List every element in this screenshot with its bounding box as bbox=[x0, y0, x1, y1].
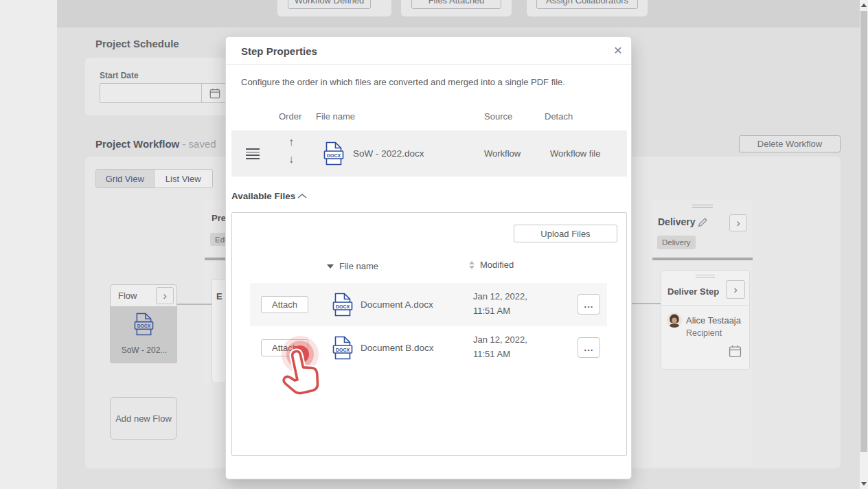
delivery-connector-line bbox=[632, 303, 661, 304]
calendar-icon bbox=[729, 345, 742, 358]
modified-time: 11:51 AM bbox=[473, 349, 510, 359]
flow-card-header: Flow › bbox=[110, 284, 177, 307]
docx-icon-label: DOCX bbox=[336, 348, 350, 352]
attached-header-order: Order bbox=[279, 111, 301, 122]
top-header-band: Workflow Defined Files Attached Assign C… bbox=[57, 0, 860, 27]
attach-button[interactable]: Attach bbox=[261, 296, 308, 313]
flow-connector-line bbox=[177, 304, 212, 305]
upload-files-button[interactable]: Upload Files bbox=[514, 225, 617, 242]
attached-header-detach: Detach bbox=[545, 111, 573, 122]
docx-file-icon: DOCX bbox=[134, 312, 154, 336]
start-date-input[interactable] bbox=[100, 84, 201, 102]
drag-handle-icon[interactable] bbox=[246, 148, 260, 159]
top-step-card: Files Attached bbox=[401, 0, 512, 16]
scrollbar-down-icon[interactable] bbox=[861, 482, 867, 486]
attached-file-name: SoW - 2022.docx bbox=[353, 148, 424, 159]
project-schedule-title: Project Schedule bbox=[95, 38, 179, 49]
recipient-avatar bbox=[667, 312, 682, 328]
left-column-step-card[interactable]: E bbox=[212, 279, 225, 383]
attached-file-source: Workflow bbox=[484, 148, 521, 159]
modified-date: Jan 12, 2022, bbox=[473, 291, 527, 302]
sort-by-modified[interactable]: Modified bbox=[469, 260, 514, 270]
sort-by-file-name[interactable]: File name bbox=[327, 261, 378, 271]
sort-modified-label: Modified bbox=[480, 260, 514, 270]
top-step-card: Workflow Defined bbox=[277, 0, 391, 16]
assign-collaborators-button[interactable]: Assign Collaborators bbox=[536, 0, 638, 9]
column-drag-handle[interactable] bbox=[692, 205, 713, 209]
deliver-step-title: Deliver Step bbox=[667, 286, 719, 297]
modified-date: Jan 12, 2022, bbox=[473, 334, 527, 345]
file-row: Attach DOCX Document B.docx Jan 12, 2022… bbox=[250, 326, 607, 370]
edit-pencil-icon[interactable] bbox=[698, 217, 708, 227]
files-attached-button[interactable]: Files Attached bbox=[411, 0, 501, 9]
view-toggle: Grid View List View bbox=[95, 169, 213, 188]
delivery-column: Delivery › Delivery Deliver Step › bbox=[652, 199, 753, 467]
flow-card[interactable]: Flow › DOCX SoW - 202... bbox=[110, 284, 177, 363]
delivery-open-button[interactable]: › bbox=[729, 214, 747, 231]
column-divider bbox=[652, 258, 753, 260]
attached-header-source: Source bbox=[484, 111, 512, 122]
calendar-button[interactable] bbox=[201, 84, 227, 102]
add-new-flow-button[interactable]: Add new Flow bbox=[110, 397, 177, 440]
attached-file-row: ↑ ↓ DOCX SoW - 2022.docx Workflow Workfl… bbox=[231, 130, 627, 177]
flow-card-title: Flow bbox=[118, 291, 137, 301]
sort-both-icon bbox=[469, 261, 475, 269]
available-files-label: Available Files bbox=[231, 191, 295, 201]
attached-file-detach[interactable]: Workflow file bbox=[550, 148, 600, 159]
sort-file-name-label: File name bbox=[339, 261, 378, 271]
more-options-button[interactable]: ... bbox=[578, 337, 600, 358]
move-down-button[interactable]: ↓ bbox=[285, 153, 297, 168]
step-properties-modal: Step Properties × Configure the order in… bbox=[225, 36, 632, 479]
scrollbar-thumb[interactable] bbox=[860, 11, 867, 452]
modal-header: Step Properties × bbox=[226, 37, 631, 65]
flow-card-body[interactable]: DOCX SoW - 202... bbox=[110, 307, 177, 363]
docx-file-icon: DOCX bbox=[332, 293, 353, 317]
recipient-role: Recipient bbox=[686, 328, 722, 338]
project-workflow-title-text: Project Workflow bbox=[95, 138, 179, 150]
chevron-right-icon: › bbox=[163, 290, 167, 302]
available-files-panel: Upload Files File name Modified Attach bbox=[231, 212, 627, 456]
tab-list-view[interactable]: List View bbox=[155, 170, 213, 187]
project-workflow-title: Project Workflow - saved bbox=[95, 138, 216, 150]
attached-header-file-name: File name bbox=[316, 111, 355, 122]
docx-icon-label: DOCX bbox=[327, 153, 341, 158]
docx-file-icon: DOCX bbox=[323, 141, 344, 166]
left-column-chip: Edi bbox=[210, 233, 225, 246]
attach-button[interactable]: Attach bbox=[261, 339, 308, 356]
modal-title: Step Properties bbox=[241, 45, 317, 57]
start-date-field[interactable] bbox=[100, 83, 228, 103]
left-workflow-column: Pre Edi E bbox=[205, 199, 225, 385]
collapse-available-button[interactable] bbox=[295, 190, 310, 202]
step-calendar-button[interactable] bbox=[729, 345, 742, 360]
recipient-name: Alice Testaaja bbox=[686, 315, 741, 326]
delete-workflow-button[interactable]: Delete Workflow bbox=[739, 135, 841, 152]
file-name: Document A.docx bbox=[361, 299, 433, 310]
docx-icon-label: DOCX bbox=[336, 304, 350, 309]
workflow-saved-status: - saved bbox=[182, 138, 216, 150]
scrollbar[interactable] bbox=[860, 0, 868, 489]
move-up-button[interactable]: ↑ bbox=[285, 136, 297, 151]
workflow-defined-button[interactable]: Workflow Defined bbox=[288, 0, 371, 9]
app-window: Workflow Defined Files Attached Assign C… bbox=[0, 0, 868, 489]
close-icon[interactable]: × bbox=[609, 41, 627, 59]
tab-grid-view[interactable]: Grid View bbox=[96, 170, 155, 187]
start-date-label: Start Date bbox=[100, 71, 139, 80]
step-drag-handle[interactable] bbox=[696, 275, 715, 279]
flow-file-label: SoW - 202... bbox=[111, 345, 178, 355]
modal-description: Configure the order in which files are c… bbox=[241, 77, 612, 87]
docx-icon-label: DOCX bbox=[137, 323, 151, 328]
left-column-title: Pre bbox=[212, 213, 225, 223]
file-name: Document B.docx bbox=[361, 343, 434, 353]
delivery-chip: Delivery bbox=[657, 236, 696, 249]
chevron-right-icon: › bbox=[736, 217, 740, 229]
modified-time: 11:51 AM bbox=[473, 306, 510, 316]
flow-open-button[interactable]: › bbox=[156, 287, 174, 304]
chevron-right-icon: › bbox=[733, 284, 738, 295]
calendar-icon bbox=[209, 88, 220, 99]
more-options-button[interactable]: ... bbox=[578, 294, 600, 315]
scrollbar-up-icon[interactable] bbox=[861, 3, 867, 7]
deliver-step-open-button[interactable]: › bbox=[726, 280, 745, 299]
deliver-step-card[interactable]: Deliver Step › Alice Testaaja Recipient bbox=[661, 270, 750, 369]
sort-desc-icon bbox=[327, 264, 334, 269]
chevron-up-icon bbox=[297, 193, 308, 199]
